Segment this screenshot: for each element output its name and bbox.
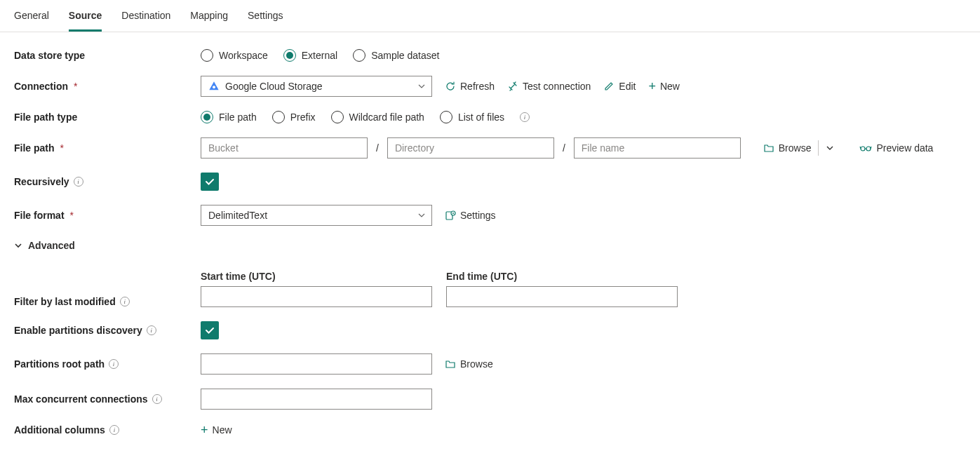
path-separator: / — [561, 142, 567, 154]
radio-list-of-files[interactable]: List of files — [440, 111, 504, 123]
label-data-store-type: Data store type — [14, 50, 201, 61]
plus-icon: + — [648, 80, 656, 93]
svg-point-2 — [866, 147, 871, 151]
test-connection-button[interactable]: Test connection — [507, 81, 591, 92]
check-icon — [204, 176, 215, 187]
tab-bar: General Source Destination Mapping Setti… — [0, 0, 980, 32]
radio-workspace[interactable]: Workspace — [201, 49, 268, 62]
tab-destination[interactable]: Destination — [121, 7, 170, 32]
bucket-input[interactable] — [201, 137, 368, 159]
info-icon[interactable]: i — [109, 425, 119, 435]
glasses-icon — [859, 143, 872, 153]
label-file-path-type: File path type — [14, 112, 201, 123]
google-cloud-storage-icon — [208, 81, 220, 92]
svg-point-1 — [861, 147, 865, 151]
tab-source[interactable]: Source — [69, 7, 102, 32]
label-connection: Connection* — [14, 81, 201, 92]
label-enable-partitions: Enable partitions discovery i — [14, 325, 201, 336]
chevron-down-icon — [417, 82, 426, 90]
partitions-root-input[interactable] — [201, 353, 432, 375]
tab-mapping[interactable]: Mapping — [190, 7, 228, 32]
refresh-button[interactable]: Refresh — [445, 81, 495, 92]
label-file-format: File format* — [14, 210, 201, 221]
label-max-concurrent: Max concurrent connections i — [14, 393, 201, 405]
info-icon[interactable]: i — [520, 112, 530, 122]
folder-icon — [763, 142, 774, 154]
info-icon[interactable]: i — [147, 325, 156, 335]
label-additional-columns: Additional columns i — [14, 424, 201, 436]
file-name-input[interactable] — [574, 137, 741, 159]
radio-sample-dataset[interactable]: Sample dataset — [353, 49, 439, 62]
file-path-type-radio-group: File path Prefix Wildcard file path List… — [201, 111, 530, 123]
divider — [818, 140, 819, 156]
new-connection-button[interactable]: + New — [648, 80, 680, 93]
test-connection-icon — [507, 81, 518, 92]
advanced-toggle[interactable]: Advanced — [14, 240, 966, 251]
label-start-time: Start time (UTC) — [201, 271, 432, 282]
data-store-type-radio-group: Workspace External Sample dataset — [201, 49, 439, 62]
tab-settings[interactable]: Settings — [248, 7, 283, 32]
chevron-down-icon — [14, 241, 22, 250]
refresh-icon — [445, 81, 456, 92]
chevron-down-icon[interactable] — [826, 144, 834, 152]
label-filter-last-modified: Filter by last modified i — [14, 296, 201, 307]
label-partitions-root: Partitions root path i — [14, 358, 201, 370]
tab-general[interactable]: General — [14, 7, 49, 32]
enable-partitions-checkbox[interactable] — [201, 321, 219, 339]
edit-button[interactable]: Edit — [603, 81, 636, 92]
max-concurrent-input[interactable] — [201, 389, 432, 410]
path-separator: / — [375, 142, 380, 154]
info-icon[interactable]: i — [120, 297, 130, 306]
svg-point-0 — [213, 86, 215, 88]
radio-wildcard[interactable]: Wildcard file path — [331, 111, 424, 123]
info-icon[interactable]: i — [109, 359, 119, 369]
check-icon — [204, 325, 215, 336]
browse-button[interactable]: Browse — [763, 142, 812, 154]
radio-external[interactable]: External — [283, 49, 337, 62]
partitions-browse-button[interactable]: Browse — [445, 358, 493, 370]
recursively-checkbox[interactable] — [201, 173, 219, 191]
pencil-icon — [603, 81, 615, 92]
chevron-down-icon — [417, 211, 426, 220]
plus-icon: + — [201, 424, 208, 436]
label-end-time: End time (UTC) — [446, 271, 678, 282]
folder-icon — [445, 358, 456, 370]
start-time-input[interactable] — [201, 286, 432, 307]
connection-select[interactable]: Google Cloud Storage — [201, 76, 432, 97]
add-column-button[interactable]: + New — [201, 424, 232, 436]
format-settings-button[interactable]: Settings — [445, 210, 496, 221]
label-file-path: File path* — [14, 142, 201, 154]
radio-file-path[interactable]: File path — [201, 111, 257, 123]
info-icon[interactable]: i — [74, 177, 83, 187]
svg-point-5 — [452, 213, 454, 214]
gear-icon — [445, 210, 456, 221]
directory-input[interactable] — [387, 137, 554, 159]
preview-data-button[interactable]: Preview data — [859, 142, 933, 154]
info-icon[interactable]: i — [152, 394, 162, 404]
end-time-input[interactable] — [446, 286, 678, 307]
label-recursively: Recursively i — [14, 176, 201, 187]
radio-prefix[interactable]: Prefix — [272, 111, 316, 123]
file-format-select[interactable]: DelimitedText — [201, 205, 432, 226]
